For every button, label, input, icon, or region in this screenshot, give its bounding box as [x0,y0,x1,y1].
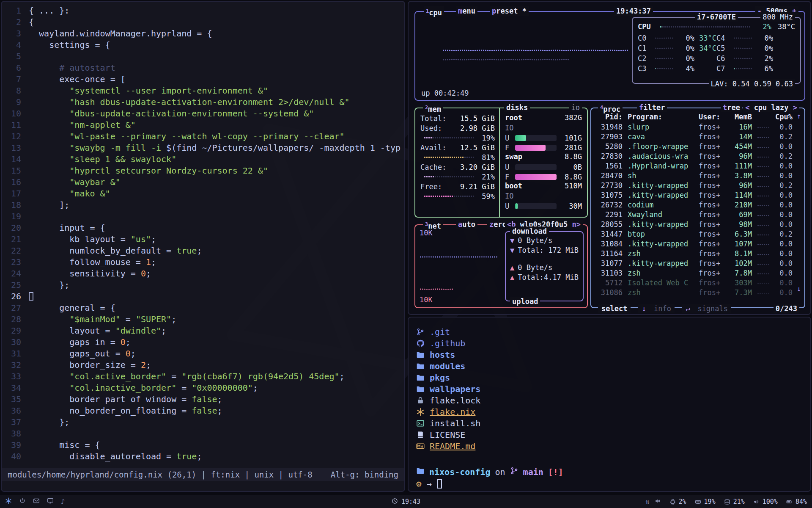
proc-tree-button[interactable]: tree [721,103,742,112]
code-line[interactable]: 25 }; [2,279,404,291]
btop-cpu-box[interactable]: 1cpu menu preset * 19:43:37 - 500ms + up… [414,11,805,101]
signals-hint[interactable]: ↵ signals [682,304,731,313]
code-line[interactable]: 18 ]; [2,199,404,211]
btop-proc-box[interactable]: 4proc filter tree < cpu lazy > Pid: Prog… [590,108,805,308]
scroll-down-icon[interactable]: ↓ [797,284,801,293]
proc-row[interactable]: 5712Isolated Web Cfros+303M0.0 [591,278,798,287]
code-line[interactable]: 36 no_border_on_floating = false; [2,405,404,417]
proc-row[interactable]: 31164zshfros+8.1M0.0 [591,248,798,258]
net-box-title[interactable]: 3net [423,220,443,229]
disk-module[interactable]: 21% [724,498,745,505]
proc-table-header[interactable]: Pid: Program: User: MemB Cpu% [591,112,798,121]
btop-net-box[interactable]: 3net auto zero <b wlp0s20f0u5 n> 10K 10K… [414,224,588,308]
proc-row[interactable]: 27730.kitty-wrappedfros+96M0.2 [591,180,798,190]
proc-row[interactable]: 31086zshfros+7.3M0.0 [591,287,798,297]
proc-row[interactable]: 31103zshfros+7.8M0.0 [591,268,798,278]
proc-row[interactable]: 27903cavafros+14M0.2 [591,132,798,141]
bar-launcher[interactable] [47,497,54,506]
code-line[interactable]: 38 [2,428,404,439]
proc-row[interactable]: 31447btopfros+6.3M0.2 [591,229,798,239]
code-line[interactable]: 27 general = { [2,302,404,314]
scroll-up-icon[interactable]: ↑ [797,112,801,120]
menu-button[interactable]: menu [456,6,477,16]
disks-box-title[interactable]: disks [504,103,530,112]
code-area[interactable]: 1{ ... }:2{3 wayland.windowManager.hyprl… [2,5,404,466]
editor-window[interactable]: 1{ ... }:2{3 wayland.windowManager.hyprl… [1,1,405,492]
code-line[interactable]: 33 "col.active_border" = "rgb(cba6f7) rg… [2,371,404,382]
proc-row[interactable]: 31084.kitty-wrappedfros+107M0.0 [591,239,798,248]
proc-sort-selector[interactable]: < cpu lazy > [743,103,799,112]
memory-module[interactable]: 19% [695,498,716,505]
system-tray[interactable]: ⇅ [646,498,661,506]
disks-io-toggle[interactable]: io [569,103,582,112]
proc-filter-button[interactable]: filter [637,103,667,112]
code-line[interactable]: 4 settings = { [2,39,404,51]
btop-mem-box[interactable]: 2mem disks io Total:15.5 GiBUsed:2.98 Gi… [414,108,588,218]
code-line[interactable]: 8 "systemctl --user import-environment &… [2,85,404,97]
code-line[interactable]: 7 exec-once = [ [2,74,404,85]
bar-launcher[interactable]: ♪ [61,498,65,505]
proc-row[interactable]: 26732codiumfros+210M0.0 [591,200,798,210]
code-line[interactable]: 39 misc = { [2,439,404,451]
proc-box-title[interactable]: 4proc [598,103,623,112]
code-line[interactable]: 32 border_size = 2; [2,359,404,371]
proc-table[interactable]: 31948slurpfros+16M0.027903cavafros+14M0.… [591,122,798,297]
code-line[interactable]: 12 "wl-paste --primary --watch wl-copy -… [2,131,404,142]
code-line[interactable]: 11 "nm-applet &" [2,119,404,131]
code-line[interactable]: 24 sensitivity = 0; [2,268,404,279]
proc-row[interactable]: 27830.audacious-wrafros+96M0.2 [591,151,798,161]
bar-launcher[interactable] [33,497,40,506]
bar-launcher[interactable] [19,497,26,506]
code-line[interactable]: 13 "swaybg -m fill -i $(find ~/Pictures/… [2,142,404,154]
code-line[interactable]: 15 "hyprctl setcursor Nordzy-cursors 22 … [2,165,404,177]
info-hint[interactable]: ↓ info [638,304,674,313]
code-line[interactable]: 23 follow_mouse = 1; [2,257,404,268]
code-line[interactable]: 37 }; [2,417,404,428]
preset-button[interactable]: preset * [490,6,529,16]
proc-row[interactable]: 31948slurpfros+16M0.0 [591,122,798,132]
code-line[interactable]: 28 "$mainMod" = "SUPER"; [2,314,404,325]
mem-box-title[interactable]: 2mem [423,103,443,112]
proc-row[interactable]: 28055.kitty-wrappedfros+98M0.0 [591,219,798,229]
bar-launcher[interactable] [5,497,12,506]
volume-module[interactable]: 100% [753,498,778,505]
code-line[interactable]: 26 [2,291,404,302]
shell-prompt-input-line[interactable]: ⚙ → [416,479,442,489]
code-line[interactable]: 9 "hash dbus-update-activation-environme… [2,97,404,108]
code-line[interactable]: 2{ [2,17,404,28]
proc-row[interactable]: 31077.kitty-wrappedfros+102M0.0 [591,258,798,268]
code-line[interactable]: 16 "waybar &" [2,177,404,188]
code-line[interactable]: 31 gaps_out = 0; [2,348,404,359]
cpu-module[interactable]: 2% [669,498,686,505]
code-line[interactable]: 30 gaps_in = 0; [2,337,404,348]
tray-icon[interactable]: ⇅ [646,498,650,505]
code-line[interactable]: 1{ ... }: [2,5,404,17]
code-line[interactable]: 19 [2,211,404,222]
net-auto-button[interactable]: auto [456,220,477,229]
code-line[interactable]: 6 # autostart [2,62,404,74]
proc-row[interactable]: 5280.floorp-wrappefros+454M0.0 [591,141,798,151]
proc-row[interactable]: 28470shfros+3.8M0.0 [591,171,798,180]
code-line[interactable]: 10 "dbus-update-activation-environment -… [2,108,404,119]
proc-row[interactable]: 1561.Hyprland-wrapfros+111M0.0 [591,161,798,171]
code-line[interactable]: 20 input = { [2,222,404,234]
battery-module[interactable]: 84% [786,498,807,505]
terminal-window[interactable]: .git.githubhostsmodulespkgswallpapersfla… [408,317,811,492]
code-line[interactable]: 21 kb_layout = "us"; [2,234,404,245]
select-hint[interactable]: select [598,304,631,313]
tray-icon[interactable] [655,498,661,506]
code-line[interactable]: 3 wayland.windowManager.hyprland = { [2,28,404,39]
waybar-clock[interactable]: 19:43 [392,498,420,506]
code-line[interactable]: 5 [2,51,404,62]
code-line[interactable]: 34 "col.inactive_border" = "0x00000000"; [2,382,404,394]
btop-window[interactable]: 1cpu menu preset * 19:43:37 - 500ms + up… [408,1,811,315]
cpu-box-title[interactable]: 1cpu [424,6,444,16]
proc-row[interactable]: 31075.kitty-wrappedfros+114M0.0 [591,190,798,200]
code-line[interactable]: 40 disable_autoreload = true; [2,451,404,462]
code-line[interactable]: 17 "mako &" [2,188,404,199]
code-line[interactable]: 22 numlock_by_default = true; [2,245,404,257]
code-line[interactable]: 35 border_part_of_window = false; [2,394,404,405]
code-line[interactable]: 29 layout = "dwindle"; [2,325,404,337]
code-line[interactable]: 14 "sleep 1 && swaylock" [2,154,404,165]
proc-row[interactable]: 2291Xwaylandfros+69M0.0 [591,210,798,219]
